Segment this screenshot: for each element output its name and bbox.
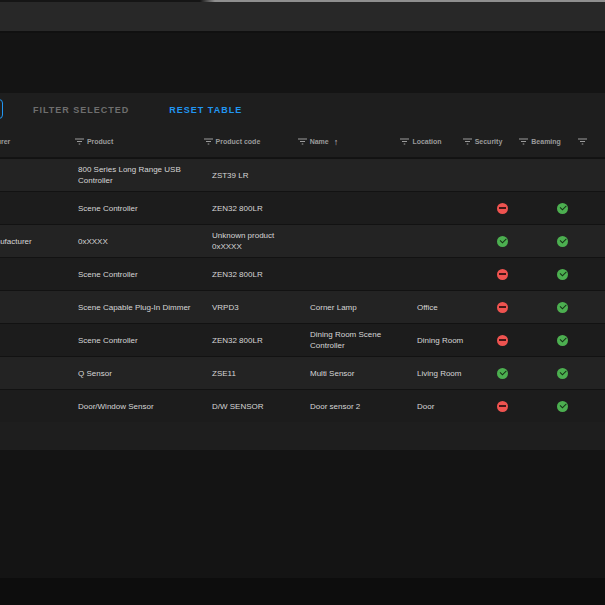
beaming-cell: [525, 335, 600, 346]
table-row[interactable]: Scene ControllerZEN32 800LR: [0, 257, 605, 290]
table-toolbar: FILTER SELECTED RESET TABLE: [0, 93, 605, 126]
check-circle-icon: [557, 236, 568, 247]
filter-icon[interactable]: [578, 138, 587, 145]
product_code-text: ZSE11: [212, 368, 250, 379]
product_code-text: D/W SENSOR: [212, 401, 278, 412]
column-label: Name: [310, 138, 329, 145]
column-header-security[interactable]: Security: [461, 138, 504, 145]
product-text: 800 Series Long Range USB Controller: [78, 164, 212, 186]
name-text: Door sensor 2: [310, 401, 374, 412]
minus-circle-icon: [497, 269, 508, 280]
check-circle-icon: [557, 203, 568, 214]
product_code-text: VRPD3: [212, 302, 253, 313]
table-row[interactable]: 800 Series Long Range USB ControllerZST3…: [0, 158, 605, 191]
product-text: Scene Controller: [78, 269, 152, 280]
table-row[interactable]: Scene ControllerZEN32 800LR: [0, 191, 605, 224]
security-cell: [480, 401, 525, 412]
name-cell: Door sensor 2: [310, 401, 417, 412]
product-cell: Q Sensor: [78, 368, 212, 379]
column-header-beaming[interactable]: Beaming: [504, 138, 576, 145]
table-row[interactable]: Q SensorZSE11Multi SensorLiving Room: [0, 356, 605, 389]
filter-icon[interactable]: [75, 138, 84, 145]
column-label: Beaming: [531, 138, 561, 145]
filter-selected-button[interactable]: FILTER SELECTED: [33, 105, 129, 115]
column-label: Security: [475, 138, 503, 145]
beaming-cell: [525, 236, 600, 247]
column-label: Location: [412, 138, 441, 145]
product-cell: 0xXXXX: [78, 236, 212, 247]
location-text: Dining Room: [417, 335, 477, 346]
table-row[interactable]: Scene ControllerZEN32 800LRDining Room S…: [0, 323, 605, 356]
name-text: Dining Room Scene Controller: [310, 329, 417, 351]
table-body: 800 Series Long Range USB ControllerZST3…: [0, 158, 605, 422]
top-app-bar: [0, 0, 605, 33]
minus-circle-icon: [497, 302, 508, 313]
product_code-cell: ZSE11: [212, 368, 310, 379]
product_code-text: ZST39 LR: [212, 170, 262, 181]
location-cell: Living Room: [417, 368, 480, 379]
product-cell: Scene Capable Plug-In Dimmer: [78, 302, 212, 313]
column-header-product[interactable]: Product: [75, 138, 204, 145]
column-header-location[interactable]: Location: [400, 138, 460, 145]
filter-icon[interactable]: [298, 138, 307, 145]
security-cell: [480, 203, 525, 214]
bottom-strip: [0, 578, 605, 605]
beaming-cell: [525, 401, 600, 412]
product-cell: 800 Series Long Range USB Controller: [78, 164, 212, 186]
column-header-name[interactable]: Name ↑: [298, 137, 401, 147]
check-circle-icon: [557, 335, 568, 346]
column-header-cutoff[interactable]: [576, 138, 605, 145]
filter-icon[interactable]: [519, 138, 528, 145]
location-text: Living Room: [417, 368, 475, 379]
product-text: Scene Controller: [78, 335, 152, 346]
beaming-cell: [525, 203, 600, 214]
security-cell: [480, 368, 525, 379]
product-text: Door/Window Sensor: [78, 401, 168, 412]
column-label: Product: [87, 138, 113, 145]
filter-icon[interactable]: [204, 138, 213, 145]
table-row[interactable]: Scene Capable Plug-In DimmerVRPD3Corner …: [0, 290, 605, 323]
name-cell: Multi Sensor: [310, 368, 417, 379]
location-text: Office: [417, 302, 452, 313]
check-circle-icon: [497, 368, 508, 379]
name-text: Corner Lamp: [310, 302, 371, 313]
filter-icon[interactable]: [463, 138, 472, 145]
cutoff-outlined-button[interactable]: [0, 99, 3, 119]
table-row[interactable]: Door/Window SensorD/W SENSORDoor sensor …: [0, 389, 605, 422]
beaming-cell: [525, 269, 600, 280]
product_code-cell: ZEN32 800LR: [212, 335, 310, 346]
product_code-text: ZEN32 800LR: [212, 269, 277, 280]
product-text: Scene Capable Plug-In Dimmer: [78, 302, 205, 313]
table-footer: [0, 422, 605, 450]
product_code-text: ZEN32 800LR: [212, 335, 277, 346]
check-circle-icon: [557, 269, 568, 280]
column-header-product-code[interactable]: Product code: [204, 138, 298, 145]
check-circle-icon: [557, 368, 568, 379]
product-cell: Scene Controller: [78, 203, 212, 214]
manufacturer-cell: Unknown manufacturer: [0, 236, 78, 247]
location-cell: Door: [417, 401, 480, 412]
top-border-line: [0, 0, 605, 2]
product_code-cell: VRPD3: [212, 302, 310, 313]
product-cell: Door/Window Sensor: [78, 401, 212, 412]
security-cell: [480, 302, 525, 313]
location-cell: Dining Room: [417, 335, 480, 346]
check-circle-icon: [557, 401, 568, 412]
check-circle-icon: [497, 236, 508, 247]
minus-circle-icon: [497, 335, 508, 346]
sort-ascending-icon[interactable]: ↑: [334, 137, 339, 147]
manufacturer-text: Unknown manufacturer: [0, 236, 32, 247]
product_code-cell: D/W SENSOR: [212, 401, 310, 412]
name-cell: Dining Room Scene Controller: [310, 329, 417, 351]
minus-circle-icon: [497, 203, 508, 214]
product-cell: Scene Controller: [78, 269, 212, 280]
beaming-cell: [525, 368, 600, 379]
column-header-manufacturer[interactable]: Manufacturer: [0, 138, 75, 145]
table-row[interactable]: Unknown manufacturer0xXXXXUnknown produc…: [0, 224, 605, 257]
filter-icon[interactable]: [400, 138, 409, 145]
name-cell: Corner Lamp: [310, 302, 417, 313]
product_code-cell: Unknown product 0xXXXX: [212, 230, 310, 252]
name-text: Multi Sensor: [310, 368, 368, 379]
reset-table-button[interactable]: RESET TABLE: [169, 105, 242, 115]
table-header-row: Manufacturer Product Product code Name: [0, 126, 605, 158]
